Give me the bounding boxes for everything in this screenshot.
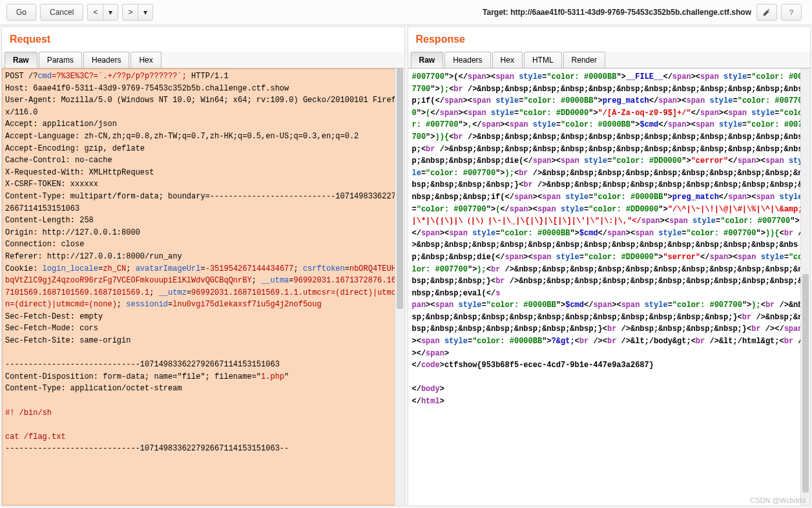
prev-button-group: < ▾ (87, 4, 118, 21)
request-tabs: Raw Params Headers Hex (2, 52, 404, 69)
target-label: Target: http://6aae41f0-5311-43d9-9769-7… (483, 8, 751, 17)
tab-params[interactable]: Params (39, 52, 82, 68)
help-icon: ? (787, 8, 796, 17)
watermark: CSDN @Wcbddd (750, 496, 806, 504)
tab-hex[interactable]: Hex (130, 52, 161, 68)
resp-tab-headers[interactable]: Headers (444, 52, 490, 68)
toolbar: Go Cancel < ▾ > ▾ Target: http://6aae41f… (0, 0, 812, 25)
go-button[interactable]: Go (6, 4, 36, 21)
response-text: #007700">(</span><span style="color: #00… (412, 71, 807, 408)
tab-raw[interactable]: Raw (5, 52, 37, 68)
svg-text:?: ? (789, 8, 793, 16)
request-content[interactable]: POST /?cmd=?%3E%3C?=`.+/??p/p?p??????`; … (2, 69, 404, 505)
panels: Request Raw Params Headers Hex POST /?cm… (0, 25, 812, 507)
next-dropdown[interactable]: ▾ (138, 4, 153, 21)
prev-button[interactable]: < (87, 4, 103, 21)
prev-dropdown[interactable]: ▾ (103, 4, 118, 21)
scrollbar-thumb[interactable] (802, 274, 809, 492)
request-title: Request (2, 27, 404, 50)
response-panel: Response Raw Headers Hex HTML Render #00… (408, 26, 811, 506)
response-tabs: Raw Headers Hex HTML Render (408, 52, 811, 69)
scrollbar-thumb[interactable] (397, 69, 403, 309)
next-button[interactable]: > (122, 4, 138, 21)
response-content[interactable]: #007700">(</span><span style="color: #00… (408, 69, 811, 505)
edit-button[interactable] (756, 4, 777, 21)
resp-tab-raw[interactable]: Raw (411, 52, 444, 68)
resp-tab-render[interactable]: Render (563, 52, 605, 68)
resp-tab-html[interactable]: HTML (524, 52, 562, 68)
resp-tab-hex[interactable]: Hex (492, 52, 523, 68)
next-button-group: > ▾ (122, 4, 153, 21)
response-scrollbar[interactable] (800, 69, 810, 505)
request-panel: Request Raw Params Headers Hex POST /?cm… (1, 26, 405, 506)
help-button[interactable]: ? (781, 4, 802, 21)
response-title: Response (408, 27, 811, 50)
tab-headers[interactable]: Headers (83, 52, 129, 68)
pencil-icon (762, 8, 771, 17)
cancel-button[interactable]: Cancel (40, 4, 83, 21)
request-text[interactable]: POST /?cmd=?%3E%3C?=`.+/??p/p?p??????`; … (2, 69, 404, 505)
request-scrollbar[interactable] (395, 69, 404, 505)
